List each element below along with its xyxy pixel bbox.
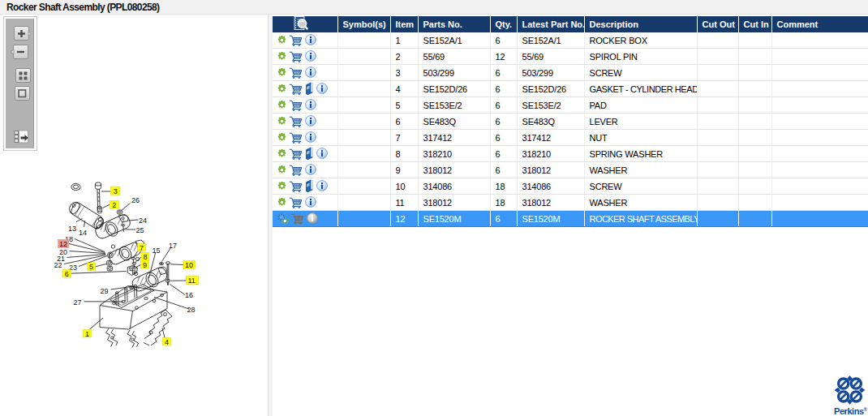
svg-text:24: 24 xyxy=(139,217,147,225)
svg-text:1: 1 xyxy=(85,330,89,338)
svg-text:3: 3 xyxy=(114,187,118,195)
svg-text:17: 17 xyxy=(169,242,177,250)
svg-text:16: 16 xyxy=(185,291,193,299)
svg-text:5: 5 xyxy=(89,263,93,271)
svg-text:14: 14 xyxy=(79,229,87,237)
svg-text:9: 9 xyxy=(143,261,147,269)
svg-text:12: 12 xyxy=(59,240,67,248)
svg-text:10: 10 xyxy=(185,261,193,269)
svg-text:29: 29 xyxy=(101,287,109,295)
svg-text:7: 7 xyxy=(140,244,144,252)
svg-text:2: 2 xyxy=(112,201,116,209)
svg-text:22: 22 xyxy=(54,261,62,269)
svg-text:15: 15 xyxy=(153,247,161,255)
svg-text:11: 11 xyxy=(188,277,196,285)
svg-text:8: 8 xyxy=(144,253,148,261)
svg-text:6: 6 xyxy=(65,270,69,278)
svg-text:25: 25 xyxy=(136,226,144,234)
svg-text:4: 4 xyxy=(165,338,169,346)
svg-text:28: 28 xyxy=(187,306,196,314)
svg-text:13: 13 xyxy=(68,225,76,233)
svg-text:26: 26 xyxy=(131,196,140,204)
svg-text:27: 27 xyxy=(74,298,82,307)
